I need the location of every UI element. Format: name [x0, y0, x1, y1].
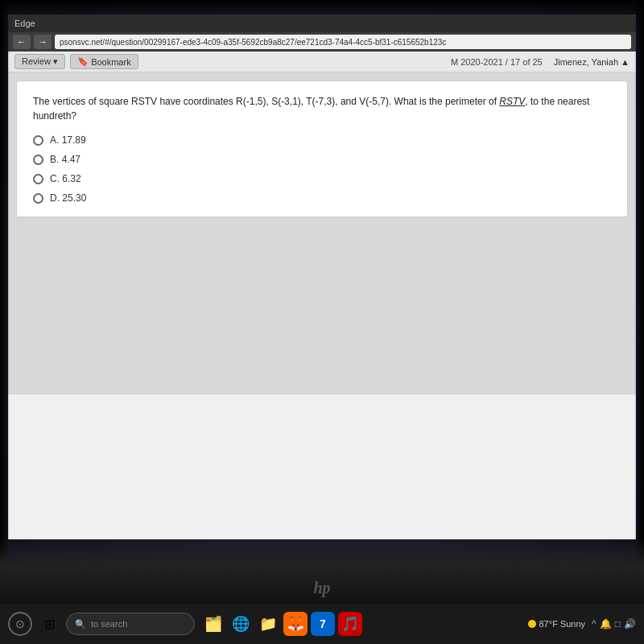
- radio-d[interactable]: [33, 193, 43, 204]
- option-a-label: A. 17.89: [50, 134, 86, 146]
- search-icon: 🔍: [75, 619, 86, 630]
- browser-toolbar: Review ▾ 🔖 Bookmark M 2020-2021 / 17 of …: [8, 52, 636, 72]
- review-button[interactable]: Review ▾: [14, 54, 65, 69]
- option-b-label: B. 4.47: [50, 154, 80, 165]
- user-info: Jimenez, Yaniah ▲: [554, 57, 630, 67]
- radio-c[interactable]: [33, 174, 43, 184]
- radio-a[interactable]: [33, 135, 43, 146]
- option-b[interactable]: B. 4.47: [33, 154, 611, 165]
- option-a[interactable]: A. 17.89: [33, 134, 611, 146]
- address-input[interactable]: [55, 35, 631, 49]
- notification-icon[interactable]: 🔔: [600, 618, 612, 630]
- app-icon-folder[interactable]: 📁: [256, 612, 280, 636]
- option-c-label: C. 6.32: [50, 173, 81, 184]
- app-icon-files[interactable]: 🗂️: [201, 612, 225, 636]
- taskbar-start: ⊙ ⊞ 🔍 to search: [8, 612, 195, 636]
- chevron-up-icon[interactable]: ^: [592, 618, 597, 630]
- app-icon-app3[interactable]: 🎵: [338, 612, 362, 636]
- back-button[interactable]: ←: [13, 35, 31, 49]
- weather-text: 87°F Sunny: [539, 619, 586, 629]
- question-text: The vertices of square RSTV have coordin…: [33, 94, 611, 123]
- app-icon-app2[interactable]: 7: [311, 612, 335, 636]
- bookmark-button[interactable]: 🔖 Bookmark: [70, 54, 138, 69]
- radio-b[interactable]: [33, 155, 43, 165]
- hp-logo-area: hp: [298, 576, 346, 600]
- option-d[interactable]: D. 25.30: [33, 192, 611, 204]
- app-icon-app1[interactable]: 🦊: [283, 612, 308, 636]
- title-bar-text: Edge: [14, 19, 35, 28]
- start-button[interactable]: ⊙: [8, 612, 32, 636]
- browser-window: Edge ← → Review ▾ 🔖 Bookmark M 2020-2021…: [8, 14, 636, 539]
- taskbar-apps: 🗂️ 🌐 📁 🦊 7 🎵: [201, 612, 362, 636]
- forward-button[interactable]: →: [34, 35, 52, 49]
- content-area: The vertices of square RSTV have coordin…: [8, 72, 636, 394]
- weather-icon: [528, 620, 536, 628]
- desktop-icon[interactable]: □: [615, 618, 621, 630]
- system-icons: ^ 🔔 □ 🔊: [592, 618, 636, 630]
- taskbar-right: 87°F Sunny ^ 🔔 □ 🔊: [528, 618, 637, 630]
- title-bar: Edge: [8, 14, 636, 32]
- question-card: The vertices of square RSTV have coordin…: [16, 80, 628, 217]
- options-list: A. 17.89 B. 4.47 C. 6.32 D. 25.30: [33, 134, 611, 204]
- search-text: to search: [91, 619, 127, 629]
- weather-info: 87°F Sunny: [528, 619, 586, 629]
- option-c[interactable]: C. 6.32: [33, 173, 611, 184]
- page-info: M 2020-2021 / 17 of 25: [451, 57, 543, 67]
- option-d-label: D. 25.30: [50, 192, 86, 204]
- search-bar[interactable]: 🔍 to search: [66, 613, 195, 635]
- task-view-button[interactable]: ⊞: [39, 613, 60, 634]
- bookmark-icon: 🔖: [77, 56, 89, 67]
- volume-icon[interactable]: 🔊: [624, 618, 636, 630]
- address-bar-area: ← →: [8, 32, 636, 52]
- hp-logo: hp: [313, 579, 330, 597]
- app-icon-edge[interactable]: 🌐: [229, 612, 253, 636]
- taskbar: ⊙ ⊞ 🔍 to search 🗂️ 🌐 📁 🦊 7 🎵 87°F Sunny …: [0, 604, 644, 644]
